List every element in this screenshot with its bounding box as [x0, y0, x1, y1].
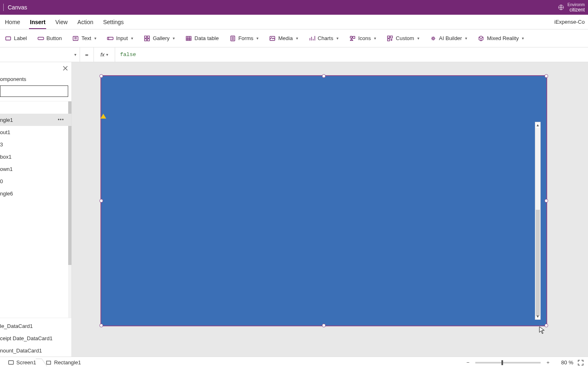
menu-tab-action[interactable]: Action — [73, 15, 98, 29]
ribbon-charts[interactable]: Charts ▾ — [307, 34, 340, 43]
ribbon-text-text: Text — [81, 35, 91, 41]
resize-handle-br[interactable] — [545, 324, 548, 328]
tree-list: ngle1 ••• out1 3 box1 own1 0 ngle6 — [0, 101, 71, 318]
tree-item[interactable]: box1 — [0, 150, 71, 163]
resize-handle-ml[interactable] — [100, 199, 103, 203]
chevron-down-icon: ▾ — [74, 52, 76, 57]
tree-item[interactable]: ceipt Date_DataCard1 — [0, 332, 71, 344]
breadcrumb-screen[interactable]: Screen1 — [4, 357, 42, 368]
tree-item-label: out1 — [0, 129, 10, 135]
tree-item[interactable]: out1 — [0, 126, 71, 138]
tree-item[interactable]: ngle1 ••• — [0, 114, 71, 126]
svg-rect-15 — [390, 36, 392, 38]
screen-icon — [8, 360, 14, 366]
ribbon-custom[interactable]: Custom ▾ — [385, 34, 421, 43]
more-icon[interactable]: ••• — [58, 117, 64, 123]
property-selector[interactable]: ▾ — [0, 47, 80, 62]
form-scrollbar[interactable]: ▲ ▼ — [535, 122, 541, 320]
resize-handle-tl[interactable] — [100, 74, 103, 78]
resize-handle-mr[interactable] — [545, 199, 548, 203]
environment-block: Environm citizent — [568, 2, 585, 12]
tree-item[interactable]: own1 — [0, 163, 71, 175]
environment-name: citizent — [568, 7, 585, 12]
tree-item[interactable]: 3 — [0, 138, 71, 150]
text-icon — [72, 35, 79, 42]
svg-rect-1 — [6, 37, 11, 40]
zoom-percent: 80 % — [555, 359, 573, 366]
tree-item[interactable]: nount_DataCard1 — [0, 344, 71, 357]
icons-icon — [349, 35, 356, 42]
ribbon-aibuilder[interactable]: AI Builder ▾ — [428, 34, 469, 43]
ribbon-aibuilder-text: AI Builder — [439, 35, 462, 41]
tree-item-label: 0 — [0, 178, 3, 184]
chevron-down-icon: ▾ — [296, 36, 298, 40]
menu-tab-settings[interactable]: Settings — [98, 15, 129, 29]
menu-tab-view[interactable]: View — [50, 15, 72, 29]
zoom-slider-knob[interactable] — [501, 360, 503, 365]
resize-handle-bm[interactable] — [322, 324, 326, 328]
app-title: Canvas — [8, 4, 27, 11]
ribbon: Label Button Text ▾ Input ▾ Gallery ▾ Da… — [0, 29, 588, 47]
canvas-area[interactable]: ▲ ▼ — [72, 62, 588, 357]
tree-item-label: own1 — [0, 166, 13, 172]
breadcrumb-rectangle[interactable]: Rectangle1 — [42, 357, 87, 368]
environment-icon — [558, 4, 564, 11]
chevron-down-icon: ▾ — [336, 36, 339, 40]
ribbon-mixedreality[interactable]: Mixed Reality ▾ — [476, 34, 526, 43]
ribbon-input[interactable]: Input ▾ — [105, 34, 135, 43]
svg-rect-18 — [9, 361, 13, 364]
selected-rectangle[interactable]: ▲ ▼ — [100, 75, 547, 326]
cursor-icon — [539, 326, 545, 334]
svg-rect-8 — [147, 39, 149, 41]
ribbon-datatable[interactable]: Data table — [184, 34, 220, 43]
ribbon-gallery[interactable]: Gallery ▾ — [142, 34, 176, 43]
ribbon-media[interactable]: Media ▾ — [267, 34, 299, 43]
fx-button[interactable]: fx ▾ — [94, 47, 115, 62]
ribbon-forms[interactable]: Forms ▾ — [228, 34, 261, 43]
svg-rect-19 — [47, 361, 51, 364]
scroll-track[interactable] — [535, 128, 540, 314]
svg-rect-16 — [388, 39, 390, 41]
ribbon-icons[interactable]: Icons ▾ — [347, 34, 378, 43]
ribbon-forms-text: Forms — [238, 35, 254, 41]
forms-icon — [229, 35, 236, 42]
zoom-slider[interactable] — [475, 362, 541, 364]
chevron-down-icon: ▾ — [131, 36, 133, 40]
breadcrumb-label: Rectangle1 — [54, 359, 81, 366]
resize-handle-tm[interactable] — [322, 74, 326, 78]
resize-handle-tr[interactable] — [545, 74, 548, 78]
warning-icon[interactable] — [100, 114, 106, 119]
ribbon-button-text: Button — [47, 35, 62, 41]
close-icon[interactable] — [62, 65, 69, 72]
tree-view-panel: omponents ngle1 ••• out1 3 box1 own1 — [0, 62, 72, 357]
ribbon-datatable-text: Data table — [194, 35, 218, 41]
tab-components[interactable]: omponents — [0, 76, 71, 82]
title-divider — [3, 4, 4, 11]
formula-input[interactable]: false — [115, 47, 588, 62]
ribbon-label[interactable]: Label — [3, 34, 29, 43]
tree-item-label: 3 — [0, 141, 3, 148]
tree-item[interactable]: 0 — [0, 175, 71, 187]
ribbon-text[interactable]: Text ▾ — [71, 34, 98, 43]
fit-to-window-button[interactable] — [577, 359, 584, 366]
tree-item[interactable]: ngle6 — [0, 187, 71, 200]
scroll-down-icon[interactable]: ▼ — [535, 314, 540, 319]
menu-tab-home[interactable]: Home — [0, 15, 25, 29]
menu-tab-insert[interactable]: Insert — [25, 15, 50, 29]
tree-item[interactable]: le_DataCard1 — [0, 320, 71, 332]
ribbon-charts-text: Charts — [318, 35, 333, 41]
zoom-in-button[interactable]: + — [545, 359, 551, 366]
chevron-down-icon: ▾ — [465, 36, 467, 40]
tree-item-label: le_DataCard1 — [0, 323, 33, 329]
ribbon-button[interactable]: Button — [36, 34, 64, 43]
ribbon-media-text: Media — [278, 35, 292, 41]
status-bar: Screen1 Rectangle1 − + 80 % — [0, 357, 588, 368]
scroll-up-icon[interactable]: ▲ — [535, 122, 540, 128]
ribbon-input-text: Input — [116, 35, 128, 41]
scroll-thumb[interactable] — [536, 210, 540, 316]
svg-rect-14 — [388, 36, 390, 38]
zoom-out-button[interactable]: − — [465, 359, 471, 366]
tree-search-input[interactable] — [0, 85, 68, 97]
ribbon-mixedreality-text: Mixed Reality — [487, 35, 519, 41]
resize-handle-bl[interactable] — [100, 324, 103, 328]
